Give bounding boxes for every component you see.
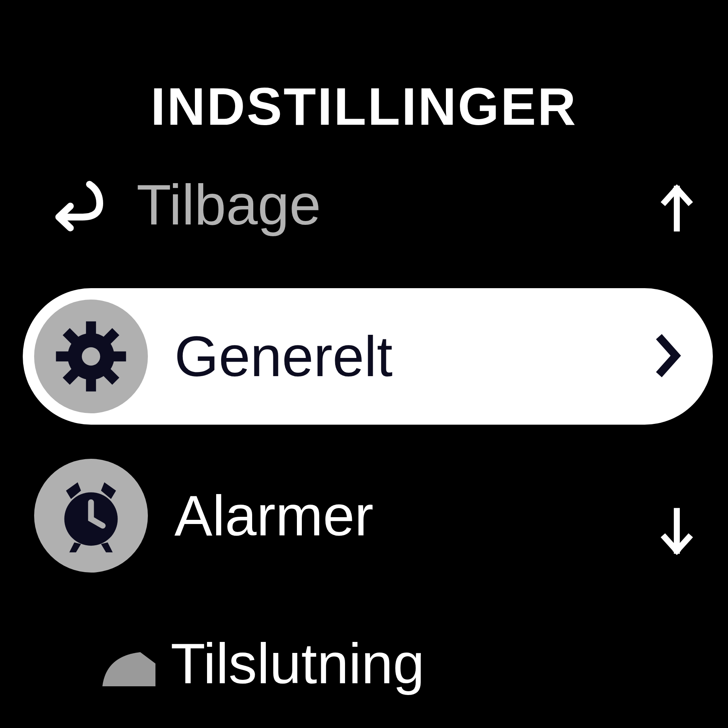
watch-settings-screen: INDSTILLINGER Tilbage bbox=[0, 0, 728, 728]
svg-rect-4 bbox=[109, 351, 126, 361]
menu-item-connection[interactable]: Tilslutning bbox=[87, 626, 728, 701]
menu-item-back[interactable]: Tilbage bbox=[42, 167, 728, 243]
arrow-up-icon bbox=[656, 182, 698, 235]
back-arrow-icon bbox=[42, 171, 110, 239]
svg-rect-3 bbox=[56, 351, 73, 361]
chevron-right-icon bbox=[652, 331, 682, 382]
menu-item-label: Alarmer bbox=[174, 483, 373, 549]
page-title: INDSTILLINGER bbox=[151, 76, 577, 137]
arrow-down-icon bbox=[656, 504, 698, 557]
gear-icon bbox=[34, 300, 148, 413]
svg-rect-2 bbox=[86, 375, 96, 391]
menu-item-label: Tilbage bbox=[136, 172, 321, 238]
menu-item-alarms[interactable]: Alarmer bbox=[34, 463, 728, 569]
connection-icon bbox=[87, 641, 155, 686]
menu-item-label: Generelt bbox=[174, 324, 392, 389]
scroll-up-button[interactable] bbox=[656, 182, 698, 237]
menu-item-general[interactable]: Generelt bbox=[23, 288, 713, 425]
alarm-clock-icon bbox=[34, 459, 148, 573]
scroll-down-button[interactable] bbox=[656, 504, 698, 559]
svg-point-9 bbox=[82, 347, 100, 366]
menu-item-label: Tilslutning bbox=[171, 631, 425, 697]
svg-rect-1 bbox=[86, 322, 96, 338]
